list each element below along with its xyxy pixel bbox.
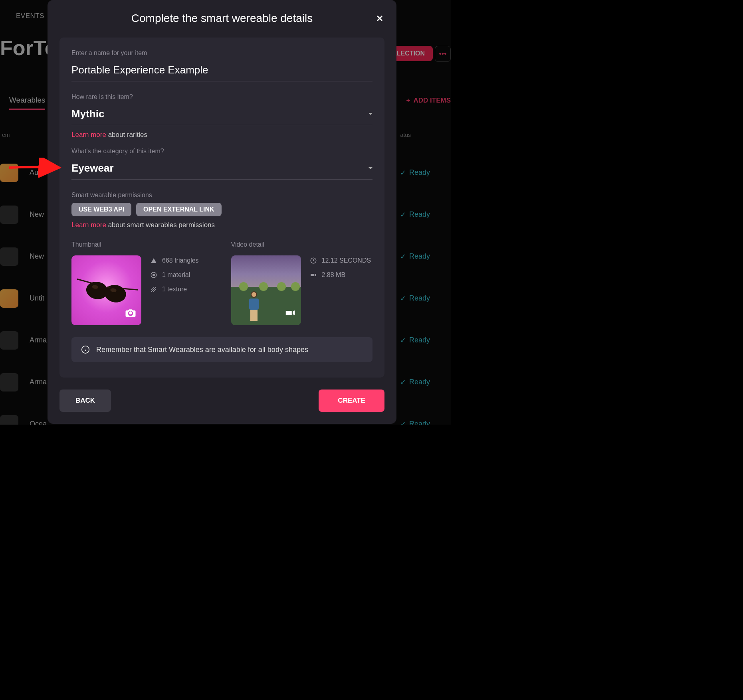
rarity-learn-link[interactable]: Learn more [71, 131, 106, 138]
category-label: What's the category of this item? [71, 148, 372, 155]
modal-title: Complete the smart wereable details [131, 12, 313, 25]
name-field: Enter a name for your item [71, 49, 372, 81]
video-stats: 12.12 SECONDS 2.88 MB [310, 255, 371, 325]
modal: Complete the smart wereable details Ente… [48, 0, 396, 424]
category-value: Eyewear [71, 162, 114, 174]
name-input[interactable] [71, 61, 372, 81]
media-row: Thumbnail [71, 241, 372, 325]
permission-pill[interactable]: USE WEB3 API [71, 203, 131, 216]
create-button[interactable]: CREATE [319, 390, 384, 412]
svg-point-7 [153, 274, 155, 276]
permissions-section: Smart wearable permissions USE WEB3 APIO… [71, 192, 372, 229]
info-text: Remember that Smart Wearables are availa… [96, 346, 308, 354]
stat-size: 2.88 MB [310, 271, 371, 279]
sunglasses-icon [73, 267, 140, 314]
rarity-select[interactable]: Mythic [71, 105, 372, 125]
thumbnail-column: Thumbnail [71, 241, 213, 325]
stat-textures: 1 texture [150, 286, 199, 293]
triangle-icon [150, 257, 157, 264]
permissions-learn-text: about smart wearables permissions [106, 221, 215, 229]
info-bar: Remember that Smart Wearables are availa… [71, 337, 372, 362]
modal-header: Complete the smart wereable details [48, 0, 396, 38]
stat-materials: 1 material [150, 271, 199, 279]
thumbnail-preview[interactable] [71, 255, 141, 325]
stat-triangles: 668 triangles [150, 257, 199, 264]
permissions-learn-row: Learn more about smart wearables permiss… [71, 221, 372, 229]
rarity-value: Mythic [71, 108, 104, 120]
rarity-field: How rare is this item? Mythic [71, 93, 372, 125]
permissions-label: Smart wearable permissions [71, 192, 372, 199]
svg-line-0 [77, 279, 94, 283]
back-button[interactable]: BACK [59, 390, 111, 412]
rarity-learn-row: Learn more about rarities [71, 131, 372, 139]
chevron-down-icon [369, 113, 372, 115]
modal-body: Enter a name for your item How rare is t… [59, 38, 384, 378]
close-icon [375, 14, 384, 23]
info-icon [81, 345, 90, 354]
clock-icon [310, 257, 317, 264]
rarity-label: How rare is this item? [71, 93, 372, 101]
category-field: What's the category of this item? Eyewea… [71, 148, 372, 180]
close-button[interactable] [375, 14, 384, 23]
texture-icon [150, 286, 157, 293]
svg-point-3 [103, 283, 127, 304]
material-icon [150, 271, 157, 279]
thumbnail-label: Thumbnail [71, 241, 213, 248]
video-column: Video detail [231, 241, 373, 325]
video-label: Video detail [231, 241, 373, 248]
permissions-learn-link[interactable]: Learn more [71, 221, 106, 229]
permission-pill[interactable]: OPEN EXTERNAL LINK [136, 203, 222, 216]
video-icon [284, 307, 296, 320]
filesize-icon [310, 271, 317, 279]
name-label: Enter a name for your item [71, 49, 372, 57]
chevron-down-icon [369, 167, 372, 169]
stat-duration: 12.12 SECONDS [310, 257, 371, 264]
video-preview[interactable] [231, 255, 301, 325]
modal-footer: BACK CREATE [48, 378, 396, 424]
rarity-learn-text: about rarities [106, 131, 147, 138]
category-select[interactable]: Eyewear [71, 159, 372, 180]
camera-icon [125, 307, 137, 320]
thumbnail-stats: 668 triangles 1 material 1 texture [150, 255, 199, 325]
